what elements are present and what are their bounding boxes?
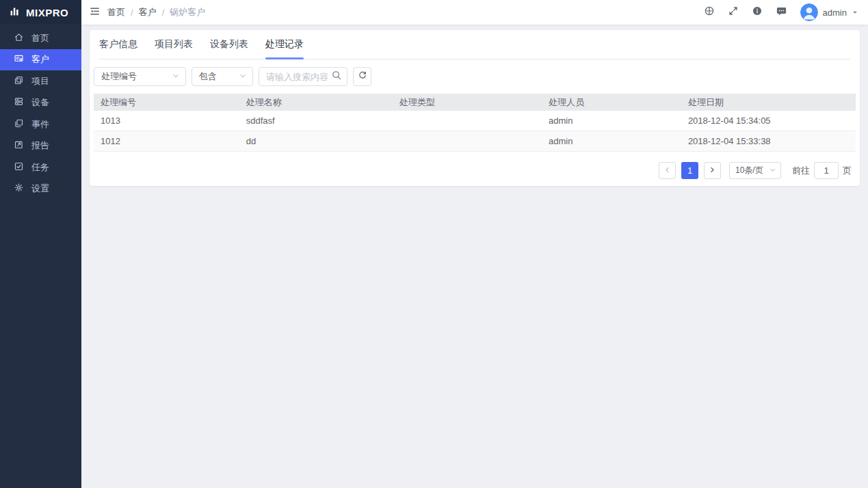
chevron-down-icon (769, 166, 776, 176)
sidebar-item-label: 任务 (31, 161, 49, 174)
sidebar-item-label: 事件 (31, 118, 49, 131)
prev-page-button[interactable] (659, 162, 676, 179)
sidebar-item-label: 项目 (31, 75, 49, 87)
sidebar-item-label: 首页 (31, 32, 49, 44)
user-menu[interactable]: admin (800, 3, 858, 21)
goto-page-input[interactable] (814, 162, 839, 179)
chevron-down-icon (239, 72, 247, 82)
sidebar: MIXPRO 首页 客户 项目 (0, 0, 81, 488)
column-header: 处理编号 (94, 96, 239, 109)
sidebar-menu: 首页 客户 项目 设备 (0, 25, 81, 200)
refresh-button[interactable] (353, 67, 371, 86)
cell-process-date: 2018-12-04 15:33:38 (681, 136, 856, 146)
sidebar-item-devices[interactable]: 设备 (0, 92, 81, 114)
column-header: 处理名称 (239, 96, 393, 109)
sidebar-item-label: 报告 (31, 139, 49, 152)
refresh-icon (358, 70, 367, 83)
sidebar-item-home[interactable]: 首页 (0, 27, 81, 49)
breadcrumb-customers[interactable]: 客户 (139, 6, 157, 18)
search-field-value: 处理编号 (101, 70, 137, 83)
cell-process-user: admin (542, 136, 681, 146)
column-header: 处理日期 (681, 96, 856, 109)
event-icon (14, 118, 24, 131)
tab-project-list[interactable]: 项目列表 (155, 30, 193, 59)
records-table: 处理编号 处理名称 处理类型 处理人员 处理日期 1013 sddfasf ad… (94, 94, 856, 152)
logo-icon (9, 5, 21, 20)
customer-icon (14, 53, 24, 66)
cell-process-name: sddfasf (239, 116, 393, 126)
globe-button[interactable] (698, 0, 722, 25)
search-toolbar: 处理编号 包含 (94, 67, 860, 86)
globe-icon (704, 5, 715, 19)
column-header: 处理人员 (542, 96, 681, 109)
chevron-left-icon (663, 165, 671, 176)
page-number-1[interactable]: 1 (681, 162, 698, 179)
fullscreen-button[interactable] (722, 0, 746, 25)
sidebar-item-events[interactable]: 事件 (0, 113, 81, 135)
search-operator-value: 包含 (199, 70, 217, 83)
tab-device-list[interactable]: 设备列表 (210, 30, 248, 59)
goto-label: 前往 (792, 165, 810, 177)
app-title: MIXPRO (26, 7, 68, 18)
cell-process-user: admin (542, 116, 681, 126)
sidebar-item-label: 客户 (31, 53, 49, 66)
cell-process-id: 1013 (94, 116, 239, 126)
page-size-value: 10条/页 (735, 165, 763, 176)
breadcrumb-home[interactable]: 首页 (107, 6, 125, 18)
sidebar-item-label: 设备 (31, 96, 49, 109)
table-header-row: 处理编号 处理名称 处理类型 处理人员 处理日期 (94, 94, 856, 111)
next-page-button[interactable] (704, 162, 721, 179)
device-icon (14, 96, 24, 109)
hamburger-fold-icon (89, 5, 101, 20)
home-icon (14, 32, 24, 44)
breadcrumb: 首页 / 客户 / 锅炉客户 (107, 6, 205, 18)
table-row[interactable]: 1012 dd admin 2018-12-04 15:33:38 (94, 131, 856, 152)
chevron-down-icon (172, 72, 180, 82)
settings-gear-icon (14, 182, 24, 195)
search-input[interactable] (266, 72, 331, 82)
tab-process-records[interactable]: 处理记录 (265, 30, 304, 59)
pagination: 1 10条/页 前往 页 (90, 162, 852, 179)
report-icon (14, 139, 24, 152)
sidebar-item-projects[interactable]: 项目 (0, 70, 81, 92)
info-button[interactable] (746, 0, 770, 25)
fullscreen-icon (728, 5, 739, 19)
breadcrumb-separator: / (131, 8, 133, 18)
chevron-down-icon (852, 6, 858, 18)
avatar (800, 3, 818, 21)
project-icon (14, 75, 24, 87)
detail-tabs: 客户信息 项目列表 设备列表 处理记录 (99, 30, 850, 59)
sidebar-fold-button[interactable] (81, 0, 107, 25)
search-input-wrap (259, 67, 347, 86)
top-header: 首页 / 客户 / 锅炉客户 (81, 0, 868, 25)
info-icon (752, 5, 763, 19)
message-button[interactable] (770, 0, 793, 25)
search-icon[interactable] (331, 70, 342, 83)
sidebar-item-tasks[interactable]: 任务 (0, 157, 81, 178)
user-name: admin (823, 8, 847, 18)
goto-page: 前往 页 (792, 162, 852, 179)
sidebar-item-label: 设置 (31, 182, 49, 195)
chevron-right-icon (709, 165, 716, 176)
column-header: 处理类型 (393, 96, 542, 109)
page-size-select[interactable]: 10条/页 (729, 162, 781, 179)
sidebar-item-settings[interactable]: 设置 (0, 178, 81, 200)
message-icon (776, 5, 787, 20)
tab-customer-info[interactable]: 客户信息 (99, 30, 137, 59)
cell-process-id: 1012 (94, 136, 239, 146)
breadcrumb-separator: / (162, 8, 165, 18)
task-icon (14, 161, 24, 174)
cell-process-date: 2018-12-04 15:34:05 (681, 116, 856, 126)
search-field-select[interactable]: 处理编号 (94, 67, 186, 86)
content-card: 客户信息 项目列表 设备列表 处理记录 处理编号 包含 (90, 30, 860, 186)
goto-unit-label: 页 (843, 165, 852, 177)
sidebar-item-reports[interactable]: 报告 (0, 135, 81, 157)
table-row[interactable]: 1013 sddfasf admin 2018-12-04 15:34:05 (94, 111, 856, 131)
search-operator-select[interactable]: 包含 (192, 67, 253, 86)
breadcrumb-current: 锅炉客户 (170, 6, 205, 18)
app-logo[interactable]: MIXPRO (0, 0, 81, 25)
sidebar-item-customers[interactable]: 客户 (0, 49, 81, 71)
cell-process-name: dd (239, 136, 393, 146)
